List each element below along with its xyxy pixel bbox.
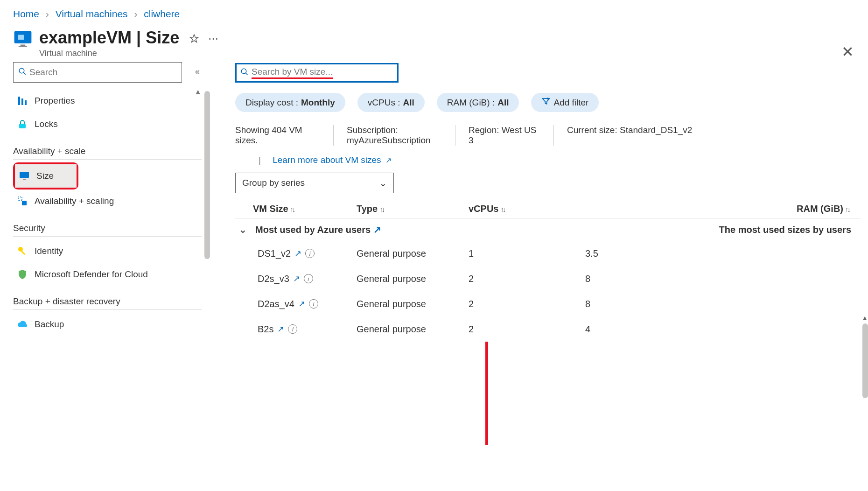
row-vcpus: 2 [469, 299, 585, 309]
col-vmsize[interactable]: VM Size↑↓ [235, 203, 357, 214]
info-icon[interactable]: i [304, 274, 313, 283]
col-type[interactable]: Type↑↓ [357, 203, 469, 214]
scroll-up-icon[interactable]: ▲ [861, 314, 868, 322]
sidebar-scrollbar[interactable] [204, 91, 210, 259]
divider [13, 309, 202, 310]
sidebar-group-availability: Availability + scale [13, 146, 202, 156]
vm-small-icon [19, 170, 30, 182]
svg-rect-15 [21, 251, 25, 255]
table-row[interactable]: D2as_v4↗iGeneral purpose28 [235, 291, 861, 316]
breadcrumb-sep-icon: › [134, 8, 137, 19]
table-row[interactable]: DS1_v2↗iGeneral purpose13.5 [235, 241, 861, 266]
svg-rect-7 [21, 98, 23, 105]
row-name: D2as_v4 [258, 299, 294, 309]
sidebar-item-availability-scaling[interactable]: Availability + scaling [13, 189, 202, 213]
scroll-up-icon[interactable]: ▲ [194, 88, 202, 96]
collapse-sidebar-icon[interactable]: « [195, 67, 200, 77]
filter-label: RAM (GiB) : [447, 98, 495, 108]
breadcrumb-current[interactable]: cliwhere [144, 8, 180, 19]
svg-rect-8 [25, 100, 27, 105]
row-name: DS1_v2 [258, 248, 291, 259]
svg-line-5 [23, 72, 26, 75]
scaling-icon [17, 196, 28, 207]
sort-icon: ↑↓ [290, 205, 294, 213]
sidebar: « ▲ Properties Locks Availability + scal… [0, 62, 210, 483]
svg-rect-10 [20, 172, 29, 178]
row-ram: 8 [585, 299, 861, 309]
svg-rect-1 [18, 35, 24, 40]
row-name: B2s [258, 324, 273, 335]
learn-more-link[interactable]: | Learn more about VM sizes ↗ [259, 155, 861, 165]
divider [13, 159, 202, 160]
sidebar-item-locks[interactable]: Locks [13, 112, 202, 136]
sidebar-search-input[interactable] [29, 67, 177, 77]
group-select-label: Group by series [242, 178, 305, 188]
sidebar-label: Properties [35, 96, 75, 106]
shield-icon [17, 269, 28, 280]
search-icon [18, 67, 27, 78]
trend-up-icon: ↗ [294, 248, 301, 259]
table-row[interactable]: B2s↗iGeneral purpose24 [235, 316, 861, 342]
annotation-bracket [485, 342, 488, 445]
svg-rect-12 [18, 197, 22, 201]
info-icon[interactable]: i [305, 249, 315, 258]
filter-display-cost[interactable]: Display cost : Monthly [235, 93, 345, 112]
sidebar-item-properties[interactable]: Properties [13, 89, 202, 112]
svg-rect-2 [21, 45, 26, 46]
info-region: Region: West US 3 [455, 125, 553, 146]
filter-value: Monthly [301, 98, 335, 108]
filter-label: Display cost : [245, 98, 298, 108]
sidebar-search[interactable] [13, 62, 182, 83]
sidebar-item-backup[interactable]: Backup [13, 313, 202, 336]
row-name: D2s_v3 [258, 274, 289, 284]
group-by-select[interactable]: Group by series ⌄ [235, 173, 394, 193]
chevron-down-icon: ⌄ [239, 224, 247, 235]
table-group-row[interactable]: ⌄ Most used by Azure users ↗ The most us… [235, 218, 861, 241]
sidebar-label: Availability + scaling [35, 196, 114, 206]
content-scrollbar[interactable] [862, 323, 868, 398]
breadcrumb: Home › Virtual machines › cliwhere [0, 0, 868, 24]
sidebar-item-identity[interactable]: Identity [13, 239, 202, 263]
add-filter-button[interactable]: Add filter [531, 93, 599, 112]
table-row[interactable]: D2s_v3↗iGeneral purpose28 [235, 266, 861, 291]
info-current-size: Current size: Standard_DS1_v2 [554, 125, 705, 146]
breadcrumb-home[interactable]: Home [13, 8, 39, 19]
favorite-star-icon[interactable] [189, 33, 200, 44]
add-filter-label: Add filter [553, 98, 588, 108]
more-dots-icon[interactable]: ⋯ [208, 33, 218, 45]
vm-size-search[interactable]: Search by VM size... [235, 63, 399, 83]
info-subscription: Subscription: myAzureSubscription [334, 125, 455, 146]
page-title: exampleVM | Size [39, 28, 179, 48]
trend-up-icon: ↗ [373, 224, 381, 235]
sidebar-item-defender[interactable]: Microsoft Defender for Cloud [13, 263, 202, 286]
info-icon[interactable]: i [288, 324, 297, 334]
close-icon[interactable]: ✕ [841, 43, 854, 61]
info-icon[interactable]: i [309, 299, 318, 309]
svg-rect-6 [18, 97, 20, 105]
page-header: exampleVM | Size Virtual machine ⋯ [0, 24, 868, 62]
filter-vcpus[interactable]: vCPUs : All [357, 93, 425, 112]
trend-up-icon: ↗ [298, 299, 305, 309]
col-ram[interactable]: RAM (GiB)↑↓ [585, 203, 861, 214]
svg-rect-3 [19, 46, 27, 47]
sidebar-label: Identity [35, 246, 63, 256]
sidebar-item-size[interactable]: Size [15, 164, 77, 188]
sort-icon: ↑↓ [500, 205, 504, 213]
vm-icon [13, 30, 33, 49]
row-type: General purpose [357, 248, 469, 259]
breadcrumb-vms[interactable]: Virtual machines [56, 8, 128, 19]
add-filter-icon [541, 97, 551, 108]
properties-icon [17, 95, 28, 106]
svg-line-17 [245, 73, 248, 75]
col-vcpus[interactable]: vCPUs↑↓ [469, 203, 585, 214]
info-showing: Showing 404 VM sizes. [235, 125, 333, 146]
row-vcpus: 2 [469, 274, 585, 284]
sidebar-group-security: Security [13, 223, 202, 233]
row-vcpus: 1 [469, 248, 585, 259]
trend-up-icon: ↗ [277, 324, 284, 334]
search-icon [240, 68, 249, 78]
filter-value: All [497, 98, 509, 108]
svg-rect-13 [22, 201, 27, 205]
vm-size-table: VM Size↑↓ Type↑↓ vCPUs↑↓ RAM (GiB)↑↓ ⌄ M… [235, 203, 861, 342]
filter-ram[interactable]: RAM (GiB) : All [437, 93, 519, 112]
